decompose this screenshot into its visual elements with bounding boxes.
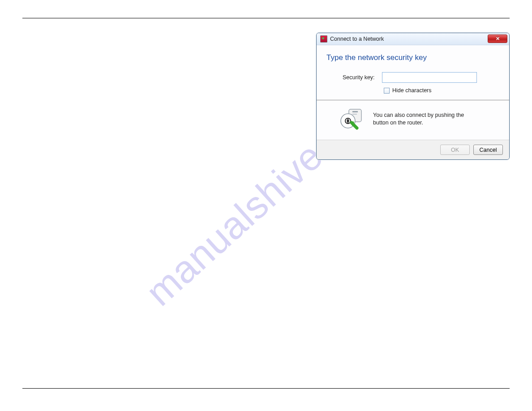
dialog-titlebar: Connect to a Network ✕	[317, 33, 509, 45]
dialog-title: Connect to a Network	[330, 36, 384, 42]
wps-hint-text: You can also connect by pushing the butt…	[373, 111, 464, 127]
ok-button[interactable]: OK	[440, 145, 470, 155]
svg-rect-2	[352, 114, 357, 115]
dialog-button-bar: OK Cancel	[317, 140, 509, 159]
cancel-button-label: Cancel	[480, 147, 497, 153]
cancel-button[interactable]: Cancel	[473, 145, 503, 155]
dialog-body: Type the network security key Security k…	[317, 45, 509, 140]
close-button[interactable]: ✕	[488, 34, 507, 43]
security-key-label: Security key:	[343, 74, 378, 81]
hide-characters-checkbox[interactable]	[384, 88, 390, 94]
connect-network-dialog: Connect to a Network ✕ Type the network …	[316, 33, 510, 160]
close-icon: ✕	[496, 36, 500, 42]
security-key-row: Security key:	[343, 72, 499, 83]
document-page: manualshive.com Connect to a Network ✕ T…	[22, 18, 510, 389]
security-key-input[interactable]	[382, 72, 477, 83]
ok-button-label: OK	[451, 147, 459, 153]
hint-line-2: button on the router.	[373, 120, 423, 126]
wps-hint-row: You can also connect by pushing the butt…	[326, 100, 499, 140]
app-icon	[320, 35, 327, 43]
hint-line-1: You can also connect by pushing the	[373, 112, 464, 118]
top-divider	[22, 18, 510, 18]
router-wps-icon	[339, 107, 367, 132]
hide-characters-label: Hide characters	[392, 87, 432, 94]
svg-rect-1	[352, 111, 358, 112]
hide-characters-row: Hide characters	[384, 87, 499, 94]
dialog-heading: Type the network security key	[326, 53, 499, 62]
bottom-divider	[22, 388, 510, 389]
